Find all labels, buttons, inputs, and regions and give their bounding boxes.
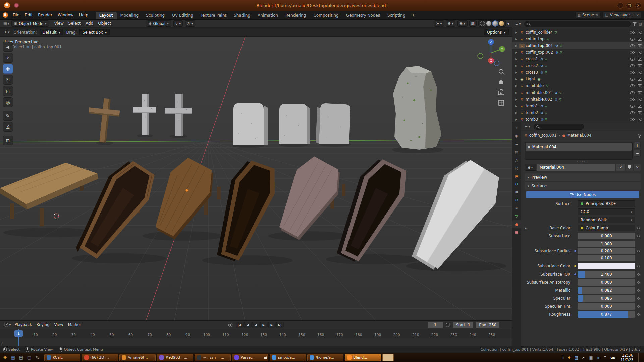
play-reverse-button[interactable]: ◀	[252, 322, 259, 328]
decorate-icon[interactable]	[635, 297, 641, 300]
frame-end-field[interactable]: End250	[476, 322, 499, 328]
hide-in-viewport-icon[interactable]	[630, 84, 635, 87]
outliner-row-coffin-collider[interactable]: ▶ ▽ coffin_collider ▽	[512, 29, 644, 36]
object-name[interactable]: coffin_collider	[526, 30, 552, 35]
orientation-dropdown[interactable]: Default▾	[40, 29, 64, 35]
workspace-tab-layout[interactable]: Layout	[96, 12, 117, 19]
disable-in-renders-icon[interactable]	[638, 64, 642, 67]
sss-method-dropdown[interactable]: Random Walk▾	[578, 217, 635, 223]
hide-in-viewport-icon[interactable]	[630, 51, 635, 54]
expand-icon[interactable]: ▶	[515, 98, 519, 101]
workspace-tab-animation[interactable]: Animation	[254, 12, 282, 19]
tool-transform[interactable]: ◎	[3, 97, 13, 107]
subsurface-radius-field[interactable]: 1.000	[578, 241, 635, 247]
tool-add-cube[interactable]: ⊞	[3, 136, 13, 145]
grid-tray-icon[interactable]: ▦	[575, 356, 578, 360]
material-slot[interactable]: ● Material.004	[526, 143, 632, 151]
timeline-menu-keying[interactable]: Keying	[34, 321, 52, 329]
timeline-menu-playback[interactable]: Playback	[12, 321, 34, 329]
workspace-tab-texture-paint[interactable]: Texture Paint	[197, 12, 230, 19]
taskbar-app-amaliest[interactable]: AmalieSt...	[119, 354, 156, 361]
disable-in-renders-icon[interactable]	[638, 38, 642, 41]
new-view-layer-icon[interactable]: +	[632, 13, 634, 17]
use-preview-range-icon[interactable]	[446, 323, 450, 327]
properties-tab-modifiers[interactable]: ⚙	[512, 180, 521, 188]
properties-tab-scene[interactable]: △	[512, 156, 521, 164]
remove-view-layer-icon[interactable]: ×	[636, 13, 639, 17]
tool-move[interactable]: ✚	[3, 64, 13, 74]
disable-in-renders-icon[interactable]	[638, 44, 642, 47]
expand-icon[interactable]: ▶	[515, 44, 519, 47]
viewport-scene[interactable]: Z Y X	[0, 37, 512, 320]
hide-in-viewport-icon[interactable]	[630, 111, 635, 114]
disable-in-renders-icon[interactable]	[638, 71, 642, 74]
tool-measure[interactable]: ∡	[3, 122, 13, 132]
taskbar-app-smb-a[interactable]: smb://a...	[270, 354, 306, 361]
expand-icon[interactable]: ▶	[515, 91, 519, 94]
expand-icon[interactable]: ▶	[515, 58, 519, 61]
outliner-row-cross1[interactable]: ▶ ▽ cross1 ⚙▽	[512, 56, 644, 62]
timeline-editor-button[interactable]: ▾	[3, 323, 12, 327]
window-pin-icon[interactable]	[14, 3, 19, 8]
breadcrumb-object[interactable]: coffin_top.001	[529, 133, 557, 138]
blender-menu-icon[interactable]	[3, 12, 8, 18]
play-button[interactable]: ▶	[260, 322, 267, 328]
expand-icon[interactable]: ▶	[515, 118, 519, 121]
unlink-scene-icon[interactable]: ×	[596, 13, 598, 17]
bluetooth-tray-icon[interactable]: ◈	[597, 356, 600, 360]
proportional-editing-toggle[interactable]: ◎▾	[185, 20, 195, 27]
auto-keying-toggle[interactable]	[228, 323, 232, 327]
maximize-button[interactable]: □	[626, 2, 632, 9]
jump-to-start-button[interactable]: |◀	[236, 322, 243, 328]
disable-in-renders-icon[interactable]	[638, 91, 642, 94]
playhead-frame-badge[interactable]: 1	[14, 330, 23, 337]
specular-field[interactable]: 0.086	[578, 295, 635, 302]
properties-tab-physics[interactable]: ⊙	[512, 196, 521, 204]
object-name[interactable]: minitable.002	[526, 97, 552, 102]
viewport-menu-view[interactable]: View	[52, 20, 66, 27]
taskbar-app-93903[interactable]: #93903 - ...	[157, 354, 193, 361]
object-name[interactable]: coffin_top.001	[526, 43, 553, 48]
decorate-icon[interactable]	[635, 235, 641, 237]
disable-in-renders-icon[interactable]	[638, 78, 642, 81]
frame-start-field[interactable]: Start1	[453, 322, 473, 328]
object-name[interactable]: tomb3	[526, 117, 538, 122]
outliner-row-cross2[interactable]: ▶ ▽ cross2 ⚙▽	[512, 62, 644, 69]
preview-panel-header[interactable]: ▸ Preview	[525, 173, 641, 181]
file-manager[interactable]: ▤	[17, 354, 25, 361]
fake-user-shield-icon[interactable]	[626, 164, 633, 171]
hide-in-viewport-icon[interactable]	[630, 64, 635, 67]
specular-tint-field[interactable]: 0.000	[578, 303, 635, 310]
timeline-ruler[interactable]: 1102030405060708090100110120130140150160…	[0, 329, 512, 338]
outliner-row-cross3[interactable]: ▶ ▽ cross3 ⚙▽	[512, 69, 644, 76]
disable-in-renders-icon[interactable]	[638, 51, 642, 54]
editor-launcher[interactable]: ✎	[34, 354, 41, 361]
expand-icon[interactable]: ▶	[515, 38, 519, 41]
taskbar-app-parsec[interactable]: Parsec	[232, 354, 268, 361]
drag-dropdown[interactable]: Select Box▾	[79, 29, 110, 35]
menu-edit[interactable]: Edit	[22, 11, 35, 19]
outliner-row-tomb2[interactable]: ▶ ▽ tomb2 ⚙▽	[512, 109, 644, 116]
menu-render[interactable]: Render	[35, 11, 55, 19]
viewport-menu-add[interactable]: Add	[83, 20, 96, 27]
transform-orientation-dropdown[interactable]: ⊕ Global ▾	[146, 20, 171, 27]
current-frame-field[interactable]: 1	[428, 322, 443, 328]
decorate-icon[interactable]	[635, 289, 641, 292]
outliner-search-input[interactable]	[524, 21, 631, 27]
options-dropdown[interactable]: Options▾	[484, 29, 509, 35]
clipboard-scissors-icon[interactable]: ✂	[582, 356, 585, 360]
workspace-tab-rendering[interactable]: Rendering	[282, 12, 310, 19]
view-layer-selector[interactable]: ▤ ViewLayer + ×	[603, 12, 641, 18]
object-name[interactable]: coffin_top	[526, 37, 544, 41]
hide-in-viewport-icon[interactable]	[630, 38, 635, 41]
add-material-slot-button[interactable]: +	[634, 142, 641, 149]
subsurface-color-swatch[interactable]	[578, 263, 635, 269]
hide-in-viewport-icon[interactable]	[630, 31, 635, 34]
expand-icon[interactable]: ▶	[515, 84, 519, 87]
hide-in-viewport-icon[interactable]	[630, 98, 635, 101]
media-tray-icon[interactable]: ♦	[567, 356, 571, 360]
filter-icon[interactable]	[633, 22, 637, 26]
taskbar-app-66-3d[interactable]: (66) 3D ...	[82, 354, 118, 361]
subsurface-ior-field[interactable]: 1.400	[578, 271, 635, 278]
selectability-dropdown[interactable]: ➤▾	[434, 20, 444, 27]
